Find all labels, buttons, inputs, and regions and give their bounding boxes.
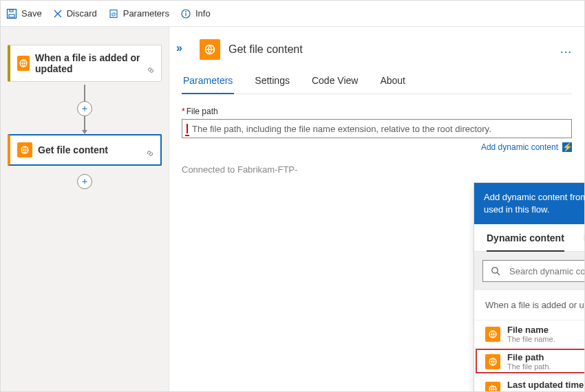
popup-header-text: Add dynamic content from the apps and co… bbox=[484, 191, 585, 216]
dynamic-item-file-path[interactable]: File path The file path. bbox=[474, 347, 585, 375]
tab-code-view[interactable]: Code View bbox=[310, 75, 359, 94]
connector-line bbox=[84, 116, 85, 130]
tab-dynamic-content[interactable]: Dynamic content bbox=[487, 232, 564, 252]
save-icon bbox=[6, 8, 17, 19]
field-label-file-path: *File path bbox=[182, 107, 572, 116]
parameters-button[interactable]: @ Parameters bbox=[108, 8, 169, 19]
item-desc: The file name. bbox=[507, 335, 555, 343]
svg-rect-1 bbox=[9, 14, 14, 17]
search-icon bbox=[490, 265, 501, 276]
item-label: Last updated time bbox=[507, 380, 585, 390]
link-icon bbox=[146, 65, 156, 77]
action-title: Get file content bbox=[38, 144, 108, 155]
svg-point-11 bbox=[492, 268, 498, 273]
svg-rect-2 bbox=[10, 10, 13, 12]
close-icon bbox=[53, 9, 63, 19]
save-button[interactable]: Save bbox=[6, 8, 42, 19]
ftp-icon bbox=[485, 327, 500, 342]
svg-rect-7 bbox=[185, 12, 186, 15]
parameters-icon: @ bbox=[108, 8, 119, 19]
add-step-button[interactable]: ＋ bbox=[77, 101, 92, 116]
dynamic-item-file-name[interactable]: File name The file name. bbox=[474, 320, 585, 347]
tab-settings[interactable]: Settings bbox=[253, 75, 291, 94]
required-indicator: * bbox=[182, 107, 185, 116]
save-label: Save bbox=[21, 8, 42, 19]
ftp-icon bbox=[17, 142, 32, 157]
connector-line bbox=[84, 85, 85, 102]
link-icon bbox=[145, 149, 155, 160]
tab-about[interactable]: About bbox=[379, 75, 407, 94]
tab-parameters[interactable]: Parameters bbox=[182, 75, 234, 94]
search-input[interactable] bbox=[508, 265, 585, 277]
detail-title: Get file content bbox=[228, 43, 303, 56]
ftp-icon bbox=[17, 56, 30, 71]
cursor-indicator-icon bbox=[187, 124, 188, 133]
svg-text:@: @ bbox=[111, 11, 116, 17]
add-step-button[interactable]: ＋ bbox=[77, 174, 92, 189]
svg-point-6 bbox=[185, 11, 187, 12]
item-label: File name bbox=[507, 325, 555, 335]
ftp-icon bbox=[485, 382, 500, 392]
search-box[interactable] bbox=[482, 260, 585, 282]
file-path-input-wrap[interactable] bbox=[182, 119, 572, 138]
dynamic-item-last-updated[interactable]: Last updated time The timestamp for when… bbox=[474, 375, 585, 392]
item-desc: The file path. bbox=[507, 362, 551, 371]
file-path-input[interactable] bbox=[191, 123, 567, 135]
add-dynamic-content-link[interactable]: Add dynamic content ⚡ bbox=[182, 142, 572, 152]
trigger-title: When a file is added or updated bbox=[35, 52, 154, 74]
item-label: File path bbox=[507, 352, 551, 362]
discard-label: Discard bbox=[67, 8, 97, 19]
parameters-label: Parameters bbox=[123, 8, 169, 19]
action-card[interactable]: Get file content bbox=[8, 134, 162, 166]
info-icon bbox=[180, 8, 191, 19]
collapse-toggle[interactable]: » bbox=[176, 42, 182, 54]
info-label: Info bbox=[195, 8, 211, 19]
ftp-icon bbox=[485, 354, 500, 369]
top-toolbar: Save Discard @ Parameters Info bbox=[1, 1, 584, 27]
discard-button[interactable]: Discard bbox=[53, 8, 97, 19]
detail-pane: » … Get file content Parameters Settings… bbox=[169, 27, 584, 392]
detail-tabs: Parameters Settings Code View About bbox=[182, 75, 572, 94]
ftp-icon bbox=[200, 39, 220, 60]
designer-canvas: When a file is added or updated ＋ Get fi… bbox=[1, 27, 169, 392]
more-menu-button[interactable]: … bbox=[560, 42, 573, 56]
trigger-card[interactable]: When a file is added or updated bbox=[8, 45, 162, 82]
dynamic-content-popup: Add dynamic content from the apps and co… bbox=[474, 182, 585, 392]
group-title: When a file is added or updated bbox=[485, 300, 585, 310]
svg-line-12 bbox=[497, 273, 500, 276]
info-button[interactable]: Info bbox=[180, 8, 211, 19]
connected-to-text: Connected to Fabrikam-FTP- bbox=[182, 164, 572, 175]
lightning-icon: ⚡ bbox=[562, 142, 572, 152]
